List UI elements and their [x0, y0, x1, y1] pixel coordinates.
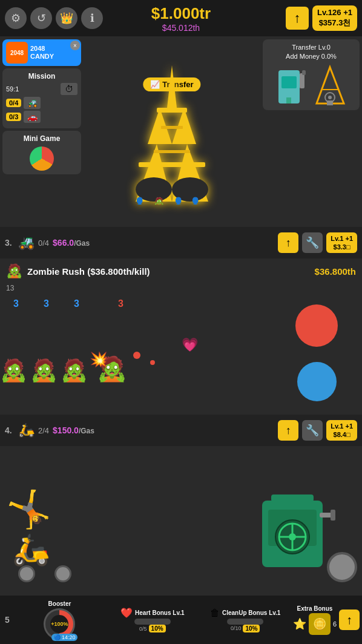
cleanup-bonus-section: 🗑 CleanUp Bonus Lv.1 0/10 10%: [200, 608, 291, 632]
scooter-vehicle: 🛵: [12, 532, 50, 567]
gas-station-text-1: Transfer Lv.0: [268, 43, 355, 52]
zombie-num-4: 3: [118, 298, 123, 309]
mission-title: Mission: [6, 72, 77, 80]
vehicle-3-wrench-button[interactable]: 🔧: [302, 232, 323, 253]
scooter-wheel-left: [18, 565, 35, 582]
cleanup-bonus-label: CleanUp Bonus Lv.1: [222, 610, 281, 616]
vehicle-3-upgrade-button[interactable]: ↑: [278, 232, 298, 253]
zombie-num-1: 3: [13, 298, 19, 309]
ball-red: [295, 304, 338, 347]
vehicle-4-upgrade-button[interactable]: ↑: [278, 420, 298, 441]
left-panel: 2048 2048 CANDY × Mission 59:1 ⏱ 0/4 🚜 0…: [2, 39, 81, 174]
svg-rect-3: [300, 73, 304, 88]
eiffel-svg: 👤 🧟 👤 👤: [123, 59, 220, 205]
mission-count-1: 0/4: [6, 99, 21, 107]
top-bar-right: ↑ Lv.126 +1 $357.3천: [286, 5, 357, 31]
info-icon[interactable]: ℹ: [81, 7, 103, 29]
heart-progress-bar-container: [134, 619, 171, 625]
svg-rect-2: [286, 97, 291, 104]
heart-percent: 10%: [149, 625, 166, 632]
svg-rect-20: [154, 150, 190, 153]
vehicle-4-price: $150.0/Gas: [53, 426, 274, 435]
vehicle-row-4: 4. 🛵 2/4 $150.0/Gas ↑ 🔧 Lv.1 +1 $8.4□: [0, 415, 362, 446]
vehicle-3-icon: 🚜: [18, 235, 35, 251]
heart-icon: 💗: [182, 337, 198, 353]
eiffel-area: 📈 Transfer 👤 🧟 👤 �: [85, 39, 259, 227]
heart-bonus-label: Heart Bonus Lv.1: [135, 610, 185, 616]
mission-row-2: 0/3 🚗: [6, 111, 77, 123]
vehicle-4-wrench-button[interactable]: 🔧: [302, 420, 323, 441]
scooter-wheel-right: [54, 565, 71, 582]
vehicle-4-count: 2/4: [38, 426, 49, 435]
svg-rect-9: [327, 100, 333, 105]
svg-text:🧟: 🧟: [154, 197, 165, 205]
minigame-box[interactable]: Mini Game: [2, 131, 81, 174]
mission-row-1: 0/4 🚜: [6, 97, 77, 109]
zombie-figure-2: 🧟: [30, 358, 58, 383]
ball-blue: [297, 362, 337, 401]
settings-icon[interactable]: ⚙: [5, 7, 27, 29]
zombie-money: $36.800th: [315, 266, 356, 277]
vehicle-3-count: 0/4: [38, 238, 49, 248]
money-main: $1.000tr: [151, 4, 211, 23]
cleanup-bottom-row: 0/10 10%: [231, 625, 260, 632]
bottom-up-arrow-button[interactable]: ↑: [339, 610, 360, 630]
zombie-figure-1: 🧟: [0, 358, 27, 383]
mission-timer: 59:1: [6, 85, 58, 93]
svg-rect-1: [281, 76, 297, 88]
svg-rect-32: [271, 494, 314, 502]
refresh-icon[interactable]: ↺: [30, 7, 52, 29]
booster-timer: 🔵 14:20: [51, 634, 78, 641]
extra-bonus-count: 6: [333, 620, 337, 628]
cleanup-count: 0/10: [231, 625, 242, 631]
heart-bonus-top: ❤️ Heart Bonus Lv.1: [120, 607, 185, 619]
minigame-wheel[interactable]: [30, 146, 54, 171]
vehicle-4-icon: 🛵: [18, 422, 35, 438]
scooter-mascot: 🤸: [6, 488, 51, 531]
level-text: Lv.126 +1: [317, 8, 352, 18]
candy-icon: 2048: [6, 42, 28, 64]
bottom-bar: 5 Booster +100% 🔵 14:20 ❤️ Heart Bonus L…: [0, 596, 362, 644]
svg-rect-17: [157, 108, 187, 113]
small-dot-2: [150, 360, 155, 365]
top-bar: ⚙ ↺ 👑 ℹ $1.000tr $45.012th ↑ Lv.126 +1 $…: [0, 0, 362, 36]
svg-rect-16: [139, 162, 205, 167]
candy-banner[interactable]: 2048 2048 CANDY ×: [2, 39, 81, 66]
heart-bonus-icon: ❤️: [120, 607, 133, 619]
extra-bonus-coin: 🪙: [309, 613, 331, 635]
vehicle-3-level: Lv.1 +1 $3.3□: [326, 232, 357, 254]
money-center: $1.000tr $45.012th: [151, 4, 211, 33]
row-3-number: 3.: [5, 238, 15, 248]
heart-count: 0/5: [139, 626, 147, 632]
minigame-title: Mini Game: [6, 134, 77, 143]
zombie-title: Zombie Rush ($36.800th/kill): [27, 266, 150, 277]
extra-bonus-section: Extra Bonus ⭐ 🪙 6: [293, 605, 337, 635]
booster-visual: +100% 🔵 14:20: [44, 608, 75, 640]
heart-progress-row: [134, 619, 171, 625]
booster-label: Booster: [48, 600, 71, 607]
svg-rect-19: [161, 126, 183, 129]
scooter-area: 🤸 🛵: [0, 446, 362, 585]
gas-station-text-2: Add Money 0.0%: [268, 52, 355, 61]
cleanup-bonus-icon: 🗑: [210, 608, 220, 619]
cleanup-bonus-top: 🗑 CleanUp Bonus Lv.1: [210, 608, 281, 619]
svg-rect-4: [302, 70, 306, 75]
booster-percent: +100%: [51, 621, 68, 627]
booster-section: Booster +100% 🔵 14:20: [15, 600, 105, 640]
cleanup-percent: 10%: [243, 625, 260, 632]
zombie-num-3: 3: [74, 298, 79, 309]
zombie-count: 13: [0, 284, 362, 292]
up-arrow-button[interactable]: ↑: [286, 7, 309, 30]
vehicle-4-level: Lv.1 +1 $8.4□: [326, 420, 357, 441]
level-sub: $357.3천: [317, 18, 352, 28]
crown-icon[interactable]: 👑: [56, 7, 77, 29]
mission-vehicle-1: 🚜: [24, 97, 41, 109]
svg-rect-34: [331, 510, 335, 521]
top-bar-icons: ⚙ ↺ 👑 ℹ: [5, 7, 103, 29]
money-sub: $45.012th: [151, 23, 211, 33]
booster-timer-text: 14:20: [62, 634, 76, 640]
candy-close-button[interactable]: ×: [70, 41, 80, 50]
mission-count-2: 0/3: [6, 113, 21, 121]
vehicle-3-price: $66.0/Gas: [53, 238, 274, 248]
zombie-area: 🧟 Zombie Rush ($36.800th/kill) $36.800th…: [0, 258, 362, 416]
